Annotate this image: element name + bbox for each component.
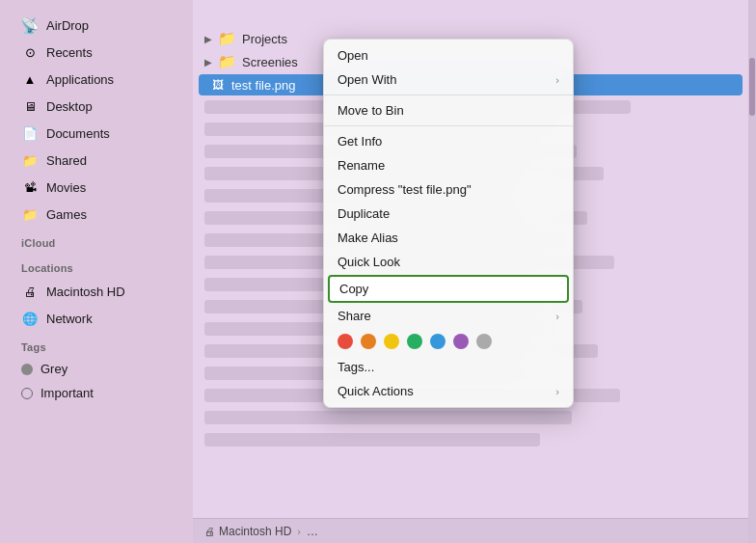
sidebar-item-shared[interactable]: 📁 Shared bbox=[6, 148, 187, 173]
sidebar-item-airdrop[interactable]: 📡 AirDrop bbox=[6, 13, 187, 38]
movies-icon: 📽 bbox=[21, 178, 39, 196]
file-label-selected: test file.png bbox=[231, 78, 296, 93]
context-menu-compress[interactable]: Compress "test file.png" bbox=[324, 177, 573, 202]
tag-item-important[interactable]: Important bbox=[6, 382, 187, 404]
file-list: ▶ 📁 Projects ▶ 📁 Screenies 🖼 test file.p… bbox=[193, 0, 748, 518]
sidebar-item-shared-label: Shared bbox=[46, 153, 87, 168]
sidebar-item-desktop-label: Desktop bbox=[46, 99, 93, 114]
tags-section-header: Tags bbox=[0, 332, 193, 357]
chevron-icon-screenies: ▶ bbox=[204, 57, 212, 68]
desktop-icon: 🖥 bbox=[21, 97, 39, 115]
sidebar-item-movies[interactable]: 📽 Movies bbox=[6, 175, 187, 200]
tag-item-grey[interactable]: Grey bbox=[6, 358, 187, 380]
bottom-bar: 🖨 Macintosh HD › … bbox=[193, 518, 748, 543]
context-menu-open[interactable]: Open bbox=[324, 43, 573, 68]
color-dot-grey[interactable] bbox=[476, 334, 492, 349]
sidebar-item-network[interactable]: 🌐 Network bbox=[6, 306, 187, 331]
airdrop-icon: 📡 bbox=[21, 16, 39, 34]
sidebar-item-recents[interactable]: ⊙ Recents bbox=[6, 40, 187, 65]
chevron-right-icon: › bbox=[555, 74, 559, 86]
context-menu-quick-actions[interactable]: Quick Actions › bbox=[324, 379, 573, 403]
tag-label-important: Important bbox=[40, 386, 94, 400]
breadcrumb-hd-label: Macintosh HD bbox=[219, 525, 291, 538]
breadcrumb-macintosh-hd[interactable]: 🖨 Macintosh HD bbox=[204, 525, 291, 538]
documents-icon: 📄 bbox=[21, 124, 39, 142]
file-row-empty-16 bbox=[193, 429, 748, 450]
folder-label-screenies: Screenies bbox=[242, 55, 298, 69]
applications-icon: ▲ bbox=[21, 70, 39, 88]
file-icon-selected: 🖼 bbox=[210, 77, 226, 93]
sidebar-item-macintosh-hd-label: Macintosh HD bbox=[46, 285, 125, 299]
color-dots-row bbox=[324, 328, 573, 355]
tag-dot-grey bbox=[21, 364, 33, 375]
scrollbar[interactable] bbox=[748, 0, 756, 543]
color-dot-purple[interactable] bbox=[453, 334, 469, 349]
sidebar-item-airdrop-label: AirDrop bbox=[46, 18, 89, 33]
sidebar-item-documents[interactable]: 📄 Documents bbox=[6, 121, 187, 146]
context-menu-quick-look[interactable]: Quick Look bbox=[324, 250, 573, 274]
sidebar-item-recents-label: Recents bbox=[46, 45, 93, 60]
context-menu-rename[interactable]: Rename bbox=[324, 153, 573, 177]
breadcrumb-ellipsis: … bbox=[307, 525, 318, 538]
separator-1 bbox=[324, 95, 573, 95]
sidebar-item-macintosh-hd[interactable]: 🖨 Macintosh HD bbox=[6, 279, 187, 304]
main-area: ▶ 📁 Projects ▶ 📁 Screenies 🖼 test file.p… bbox=[193, 0, 748, 543]
sidebar-item-games[interactable]: 📁 Games bbox=[6, 202, 187, 227]
color-dot-orange[interactable] bbox=[361, 334, 376, 349]
context-menu-move-to-bin[interactable]: Move to Bin bbox=[324, 98, 573, 122]
macintosh-hd-icon: 🖨 bbox=[21, 283, 39, 300]
sidebar-item-desktop[interactable]: 🖥 Desktop bbox=[6, 94, 187, 119]
context-menu-open-with[interactable]: Open With › bbox=[324, 68, 573, 92]
sidebar-item-movies-label: Movies bbox=[46, 180, 86, 195]
chevron-right-quick-actions-icon: › bbox=[555, 386, 559, 397]
context-menu-copy[interactable]: Copy bbox=[328, 275, 569, 303]
scrollbar-thumb[interactable] bbox=[749, 58, 755, 116]
sidebar-item-applications[interactable]: ▲ Applications bbox=[6, 67, 187, 92]
shared-icon: 📁 bbox=[21, 151, 39, 169]
context-menu-share[interactable]: Share › bbox=[324, 304, 573, 328]
icloud-section-header: iCloud bbox=[0, 228, 193, 253]
network-icon: 🌐 bbox=[21, 310, 39, 327]
color-dot-yellow[interactable] bbox=[384, 334, 399, 349]
file-row-empty-15 bbox=[193, 407, 748, 428]
recents-icon: ⊙ bbox=[21, 43, 39, 61]
sidebar-item-documents-label: Documents bbox=[46, 126, 110, 141]
context-menu-make-alias[interactable]: Make Alias bbox=[324, 226, 573, 250]
color-dot-blue[interactable] bbox=[430, 334, 446, 349]
games-icon: 📁 bbox=[21, 205, 39, 223]
chevron-icon: ▶ bbox=[204, 34, 212, 44]
context-menu-get-info[interactable]: Get Info bbox=[324, 129, 573, 153]
folder-icon-projects: 📁 bbox=[218, 30, 236, 47]
tag-dot-important bbox=[21, 388, 33, 399]
breadcrumb-separator: › bbox=[297, 526, 301, 537]
sidebar-item-network-label: Network bbox=[46, 312, 93, 326]
folder-label-projects: Projects bbox=[242, 32, 287, 46]
sidebar-item-applications-label: Applications bbox=[46, 72, 114, 87]
sidebar-item-games-label: Games bbox=[46, 207, 87, 222]
separator-2 bbox=[324, 125, 573, 126]
breadcrumb-hd-icon: 🖨 bbox=[204, 526, 215, 537]
color-dot-red[interactable] bbox=[338, 334, 353, 349]
locations-section-header: Locations bbox=[0, 253, 193, 278]
context-menu-duplicate[interactable]: Duplicate bbox=[324, 202, 573, 226]
chevron-right-share-icon: › bbox=[555, 311, 559, 322]
color-dot-green[interactable] bbox=[407, 334, 422, 349]
folder-icon-screenies: 📁 bbox=[218, 53, 236, 70]
context-menu: Open Open With › Move to Bin Get Info Re… bbox=[323, 39, 574, 408]
context-menu-tags[interactable]: Tags... bbox=[324, 355, 573, 379]
tag-label-grey: Grey bbox=[40, 362, 68, 376]
sidebar: 📡 AirDrop ⊙ Recents ▲ Applications 🖥 Des… bbox=[0, 0, 193, 543]
